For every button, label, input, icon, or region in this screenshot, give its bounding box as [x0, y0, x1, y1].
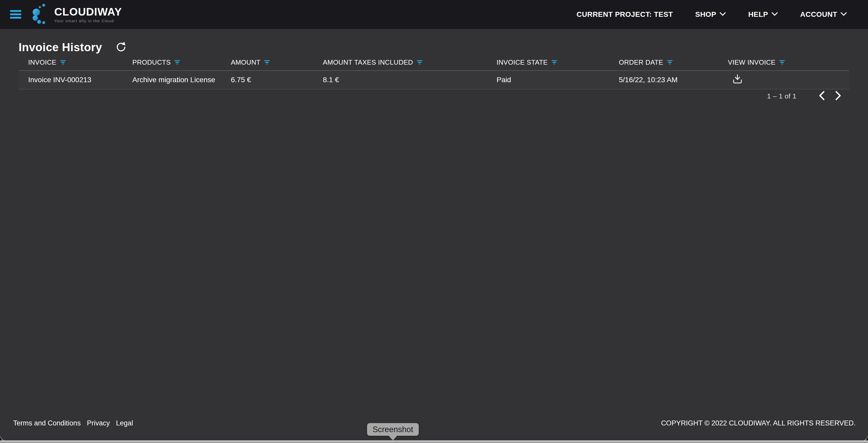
column-header-invoice-state[interactable]: INVOICE STATE: [497, 58, 619, 66]
refresh-icon: [115, 41, 126, 54]
privacy-link[interactable]: Privacy: [87, 419, 110, 427]
brand-logo[interactable]: CLOUDIWAY Your smart ally in the Cloud: [31, 3, 122, 26]
chevron-right-icon: [835, 91, 842, 102]
chevron-down-icon: [840, 12, 847, 17]
page-header: Invoice History: [19, 41, 126, 54]
window-bottom-edge: [0, 440, 868, 443]
filter-icon[interactable]: [779, 60, 785, 65]
column-header-view-invoice[interactable]: VIEW INVOICE: [728, 58, 849, 66]
download-icon: [732, 74, 743, 86]
column-header-label: ORDER DATE: [619, 58, 663, 66]
chevron-down-icon: [771, 12, 778, 17]
filter-icon[interactable]: [264, 60, 270, 65]
pagination: 1 – 1 of 1: [767, 89, 843, 103]
filter-icon[interactable]: [552, 60, 557, 65]
app-window: CLOUDIWAY Your smart ally in the Cloud C…: [0, 0, 868, 441]
column-header-label: INVOICE: [28, 58, 56, 66]
screenshot-tooltip-label: Screenshot: [373, 425, 413, 434]
chevron-down-icon: [719, 12, 726, 17]
next-page-button[interactable]: [833, 90, 843, 102]
help-menu[interactable]: HELP: [748, 10, 778, 19]
copyright-text: COPYRIGHT © 2022 CLOUDIWAY. ALL RIGHTS R…: [661, 419, 856, 427]
column-header-label: VIEW INVOICE: [728, 58, 775, 66]
cell-products: Archive migration License: [132, 76, 231, 84]
column-header-label: INVOICE STATE: [497, 58, 548, 66]
brand-logo-icon: [31, 3, 52, 26]
menu-icon[interactable]: [10, 10, 21, 19]
topbar: CLOUDIWAY Your smart ally in the Cloud C…: [0, 0, 868, 29]
topbar-nav: CURRENT PROJECT: TEST SHOP HELP ACCOUNT: [577, 0, 847, 29]
invoice-table: INVOICE PRODUCTS AMOUNT AMOUNT TAXES INC…: [19, 54, 849, 89]
pagination-range-label: 1 – 1 of 1: [767, 92, 797, 100]
cell-invoice: Invoice INV-000213: [19, 76, 132, 84]
table-header-row: INVOICE PRODUCTS AMOUNT AMOUNT TAXES INC…: [19, 54, 849, 71]
previous-page-button[interactable]: [816, 90, 827, 102]
column-header-products[interactable]: PRODUCTS: [132, 58, 231, 66]
brand-tagline: Your smart ally in the Cloud: [54, 19, 122, 23]
cell-invoice-state: Paid: [497, 76, 619, 84]
column-header-label: AMOUNT: [231, 58, 260, 66]
brand-name: CLOUDIWAY: [54, 6, 122, 18]
column-header-label: AMOUNT TAXES INCLUDED: [323, 58, 413, 66]
refresh-button[interactable]: [115, 41, 126, 53]
filter-icon[interactable]: [417, 60, 422, 65]
download-invoice-button[interactable]: [732, 74, 743, 86]
cell-amount: 6.75 €: [231, 76, 323, 84]
account-menu[interactable]: ACCOUNT: [800, 10, 847, 19]
terms-and-conditions-link[interactable]: Terms and Conditions: [13, 419, 81, 427]
filter-icon[interactable]: [60, 60, 66, 65]
column-header-label: PRODUCTS: [132, 58, 170, 66]
filter-icon[interactable]: [667, 60, 673, 65]
shop-menu[interactable]: SHOP: [695, 10, 726, 19]
page-title: Invoice History: [19, 41, 102, 54]
chevron-left-icon: [818, 91, 825, 102]
account-menu-label: ACCOUNT: [800, 10, 837, 19]
legal-link[interactable]: Legal: [116, 419, 133, 427]
cell-amount-taxes: 8.1 €: [323, 76, 497, 84]
table-row: Invoice INV-000213 Archive migration Lic…: [19, 71, 849, 89]
filter-icon[interactable]: [175, 60, 180, 65]
footer-links: Terms and Conditions Privacy Legal: [13, 419, 133, 427]
shop-menu-label: SHOP: [695, 10, 716, 19]
current-project-label: CURRENT PROJECT: TEST: [577, 10, 673, 19]
column-header-amount[interactable]: AMOUNT: [231, 58, 323, 66]
column-header-invoice[interactable]: INVOICE: [19, 58, 132, 66]
column-header-order-date[interactable]: ORDER DATE: [619, 58, 728, 66]
screenshot-tooltip: Screenshot: [367, 423, 419, 436]
help-menu-label: HELP: [748, 10, 768, 19]
cell-order-date: 5/16/22, 10:23 AM: [619, 76, 728, 84]
column-header-amount-taxes[interactable]: AMOUNT TAXES INCLUDED: [323, 58, 497, 66]
